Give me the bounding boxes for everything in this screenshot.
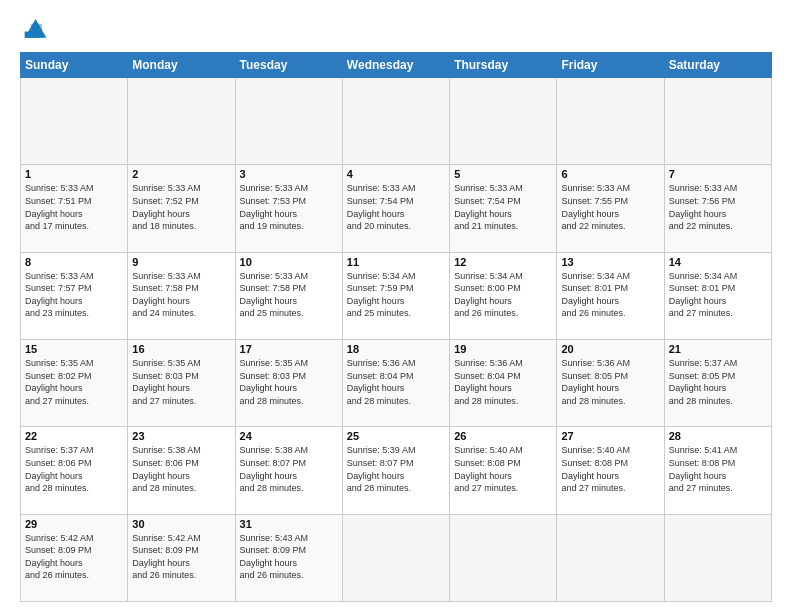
- weekday-header-friday: Friday: [557, 53, 664, 78]
- daylight-value: and 22 minutes.: [669, 221, 733, 231]
- daylight-value: and 28 minutes.: [454, 396, 518, 406]
- sunset-label: Sunset: 8:08 PM: [669, 458, 736, 468]
- calendar-cell: 8 Sunrise: 5:33 AM Sunset: 7:57 PM Dayli…: [21, 252, 128, 339]
- page: SundayMondayTuesdayWednesdayThursdayFrid…: [0, 0, 792, 612]
- daylight-value: and 26 minutes.: [132, 570, 196, 580]
- day-info: Sunrise: 5:34 AM Sunset: 8:01 PM Dayligh…: [561, 270, 659, 320]
- weekday-header-monday: Monday: [128, 53, 235, 78]
- sunrise-label: Sunrise: 5:40 AM: [454, 445, 523, 455]
- sunrise-label: Sunrise: 5:35 AM: [240, 358, 309, 368]
- day-info: Sunrise: 5:37 AM Sunset: 8:06 PM Dayligh…: [25, 444, 123, 494]
- sunset-label: Sunset: 7:51 PM: [25, 196, 92, 206]
- daylight-value: and 27 minutes.: [561, 483, 625, 493]
- day-info: Sunrise: 5:43 AM Sunset: 8:09 PM Dayligh…: [240, 532, 338, 582]
- daylight-label: Daylight hours: [454, 383, 512, 393]
- daylight-label: Daylight hours: [347, 471, 405, 481]
- sunset-label: Sunset: 8:08 PM: [561, 458, 628, 468]
- daylight-label: Daylight hours: [347, 383, 405, 393]
- day-info: Sunrise: 5:42 AM Sunset: 8:09 PM Dayligh…: [25, 532, 123, 582]
- day-info: Sunrise: 5:41 AM Sunset: 8:08 PM Dayligh…: [669, 444, 767, 494]
- sunrise-label: Sunrise: 5:33 AM: [132, 271, 201, 281]
- calendar-cell: [21, 78, 128, 165]
- daylight-label: Daylight hours: [240, 296, 298, 306]
- daylight-label: Daylight hours: [669, 383, 727, 393]
- day-number: 8: [25, 256, 123, 268]
- sunrise-label: Sunrise: 5:40 AM: [561, 445, 630, 455]
- calendar-cell: 27 Sunrise: 5:40 AM Sunset: 8:08 PM Dayl…: [557, 427, 664, 514]
- day-info: Sunrise: 5:36 AM Sunset: 8:05 PM Dayligh…: [561, 357, 659, 407]
- calendar-cell: 24 Sunrise: 5:38 AM Sunset: 8:07 PM Dayl…: [235, 427, 342, 514]
- daylight-value: and 28 minutes.: [240, 483, 304, 493]
- calendar-cell: 11 Sunrise: 5:34 AM Sunset: 7:59 PM Dayl…: [342, 252, 449, 339]
- day-info: Sunrise: 5:38 AM Sunset: 8:06 PM Dayligh…: [132, 444, 230, 494]
- calendar-cell: 31 Sunrise: 5:43 AM Sunset: 8:09 PM Dayl…: [235, 514, 342, 601]
- daylight-label: Daylight hours: [240, 558, 298, 568]
- sunrise-label: Sunrise: 5:36 AM: [347, 358, 416, 368]
- daylight-label: Daylight hours: [561, 383, 619, 393]
- sunset-label: Sunset: 7:57 PM: [25, 283, 92, 293]
- weekday-header-tuesday: Tuesday: [235, 53, 342, 78]
- calendar-cell: 25 Sunrise: 5:39 AM Sunset: 8:07 PM Dayl…: [342, 427, 449, 514]
- sunrise-label: Sunrise: 5:43 AM: [240, 533, 309, 543]
- calendar-cell: 15 Sunrise: 5:35 AM Sunset: 8:02 PM Dayl…: [21, 339, 128, 426]
- sunset-label: Sunset: 7:52 PM: [132, 196, 199, 206]
- sunrise-label: Sunrise: 5:33 AM: [25, 183, 94, 193]
- daylight-value: and 27 minutes.: [669, 308, 733, 318]
- daylight-label: Daylight hours: [669, 471, 727, 481]
- weekday-header-thursday: Thursday: [450, 53, 557, 78]
- calendar-cell: 23 Sunrise: 5:38 AM Sunset: 8:06 PM Dayl…: [128, 427, 235, 514]
- daylight-label: Daylight hours: [132, 209, 190, 219]
- header: [20, 16, 772, 44]
- calendar-cell: 17 Sunrise: 5:35 AM Sunset: 8:03 PM Dayl…: [235, 339, 342, 426]
- day-info: Sunrise: 5:33 AM Sunset: 7:57 PM Dayligh…: [25, 270, 123, 320]
- calendar-cell: 13 Sunrise: 5:34 AM Sunset: 8:01 PM Dayl…: [557, 252, 664, 339]
- daylight-label: Daylight hours: [454, 209, 512, 219]
- weekday-header-wednesday: Wednesday: [342, 53, 449, 78]
- day-number: 26: [454, 430, 552, 442]
- daylight-value: and 22 minutes.: [561, 221, 625, 231]
- day-number: 30: [132, 518, 230, 530]
- day-info: Sunrise: 5:33 AM Sunset: 7:58 PM Dayligh…: [240, 270, 338, 320]
- day-number: 19: [454, 343, 552, 355]
- calendar-cell: [664, 514, 771, 601]
- sunrise-label: Sunrise: 5:35 AM: [132, 358, 201, 368]
- sunrise-label: Sunrise: 5:41 AM: [669, 445, 738, 455]
- calendar-cell: 3 Sunrise: 5:33 AM Sunset: 7:53 PM Dayli…: [235, 165, 342, 252]
- daylight-value: and 17 minutes.: [25, 221, 89, 231]
- daylight-value: and 27 minutes.: [25, 396, 89, 406]
- calendar-cell: [664, 78, 771, 165]
- daylight-label: Daylight hours: [132, 383, 190, 393]
- daylight-value: and 28 minutes.: [240, 396, 304, 406]
- sunset-label: Sunset: 8:08 PM: [454, 458, 521, 468]
- sunrise-label: Sunrise: 5:36 AM: [454, 358, 523, 368]
- daylight-value: and 25 minutes.: [240, 308, 304, 318]
- sunset-label: Sunset: 7:58 PM: [240, 283, 307, 293]
- calendar-cell: [557, 514, 664, 601]
- daylight-label: Daylight hours: [240, 471, 298, 481]
- daylight-value: and 19 minutes.: [240, 221, 304, 231]
- day-info: Sunrise: 5:33 AM Sunset: 7:56 PM Dayligh…: [669, 182, 767, 232]
- daylight-value: and 21 minutes.: [454, 221, 518, 231]
- sunset-label: Sunset: 8:09 PM: [240, 545, 307, 555]
- sunset-label: Sunset: 8:06 PM: [25, 458, 92, 468]
- day-number: 27: [561, 430, 659, 442]
- sunrise-label: Sunrise: 5:33 AM: [240, 271, 309, 281]
- sunset-label: Sunset: 8:09 PM: [25, 545, 92, 555]
- calendar-cell: 22 Sunrise: 5:37 AM Sunset: 8:06 PM Dayl…: [21, 427, 128, 514]
- daylight-label: Daylight hours: [240, 209, 298, 219]
- day-info: Sunrise: 5:33 AM Sunset: 7:52 PM Dayligh…: [132, 182, 230, 232]
- weekday-header-saturday: Saturday: [664, 53, 771, 78]
- day-number: 12: [454, 256, 552, 268]
- sunset-label: Sunset: 7:54 PM: [454, 196, 521, 206]
- daylight-label: Daylight hours: [25, 383, 83, 393]
- day-number: 10: [240, 256, 338, 268]
- day-number: 31: [240, 518, 338, 530]
- calendar-cell: [450, 78, 557, 165]
- sunrise-label: Sunrise: 5:37 AM: [669, 358, 738, 368]
- sunset-label: Sunset: 7:58 PM: [132, 283, 199, 293]
- calendar-cell: 1 Sunrise: 5:33 AM Sunset: 7:51 PM Dayli…: [21, 165, 128, 252]
- calendar-cell: 6 Sunrise: 5:33 AM Sunset: 7:55 PM Dayli…: [557, 165, 664, 252]
- day-info: Sunrise: 5:34 AM Sunset: 7:59 PM Dayligh…: [347, 270, 445, 320]
- sunset-label: Sunset: 8:00 PM: [454, 283, 521, 293]
- daylight-value: and 27 minutes.: [454, 483, 518, 493]
